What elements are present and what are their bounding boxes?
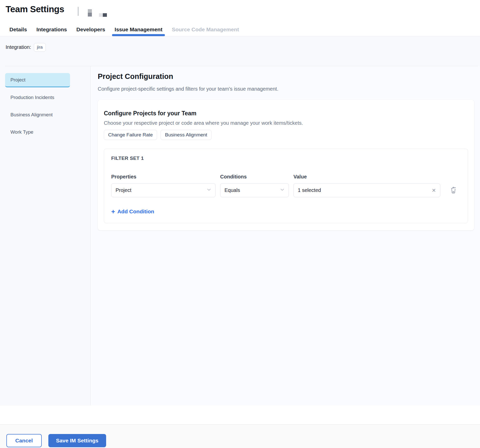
tab-source-code-management[interactable]: Source Code Management (172, 26, 239, 33)
value-multiselect[interactable]: 1 selected ✕ (293, 183, 440, 197)
redacted-block (103, 13, 107, 17)
sidebar-item-label: Production Incidents (10, 95, 54, 100)
trash-icon (450, 186, 457, 194)
title-separator (78, 7, 78, 16)
settings-sidebar: Project Production Incidents Business Al… (0, 66, 91, 405)
footer-action-bar: Cancel Save IM Settings (0, 424, 480, 448)
tab-developers[interactable]: Developers (76, 26, 105, 33)
cancel-button[interactable]: Cancel (6, 434, 42, 447)
condition-select[interactable]: Equals (220, 183, 289, 197)
chevron-down-icon (206, 187, 212, 194)
sidebar-item-work-type[interactable]: Work Type (5, 125, 70, 139)
filter-set-title: FILTER SET 1 (111, 156, 461, 161)
property-select[interactable]: Project (111, 183, 216, 197)
delete-filter-button[interactable] (449, 185, 460, 195)
redacted-block (88, 9, 92, 13)
footer-spacer (0, 405, 480, 424)
condition-select-value: Equals (224, 187, 240, 193)
redacted-badge-2 (99, 13, 107, 17)
chip-change-failure-rate[interactable]: Change Failure Rate (104, 130, 157, 140)
plus-icon: + (111, 209, 115, 214)
sidebar-item-label: Work Type (10, 129, 33, 135)
chevron-down-icon (279, 187, 285, 194)
clear-icon[interactable]: ✕ (432, 188, 436, 193)
tab-integrations[interactable]: Integrations (36, 26, 67, 33)
property-select-value: Project (116, 187, 131, 193)
page-title: Team Settings (6, 4, 64, 14)
page-header: Team Settings (0, 0, 480, 23)
metric-chip-row: Change Failure Rate Business Alignment (104, 130, 468, 140)
card-title: Configure Projects for your Team (104, 109, 468, 117)
tab-bar: Details Integrations Developers Issue Ma… (0, 23, 480, 36)
add-condition-button[interactable]: + Add Condition (111, 208, 154, 215)
redacted-badge-1 (88, 9, 92, 17)
sidebar-item-label: Project (10, 77, 25, 83)
add-condition-label: Add Condition (117, 208, 154, 215)
tab-issue-management[interactable]: Issue Management (115, 26, 162, 33)
section-title: Project Configuration (98, 71, 474, 81)
sidebar-item-label: Business Alignment (10, 112, 53, 118)
integration-label: Integration: (6, 43, 31, 50)
chip-business-alignment[interactable]: Business Alignment (161, 130, 211, 140)
integration-badge: jira (34, 43, 46, 52)
redacted-block (88, 13, 92, 17)
filter-set-box: FILTER SET 1 Properties Conditions Value… (104, 149, 468, 223)
section-subtitle: Configure project-specific settings and … (98, 86, 474, 92)
sidebar-item-project[interactable]: Project (5, 73, 70, 87)
content-area: Integration: jira Project Production Inc… (0, 36, 480, 405)
value-selected-text: 1 selected (298, 187, 321, 193)
properties-column-label: Properties (111, 174, 216, 180)
project-config-card: Configure Projects for your Team Choose … (98, 100, 474, 230)
value-column-label: Value (293, 174, 440, 180)
save-im-settings-button[interactable]: Save IM Settings (48, 434, 106, 447)
sidebar-item-production-incidents[interactable]: Production Incidents (5, 90, 70, 105)
redacted-block (99, 13, 103, 17)
tab-details[interactable]: Details (9, 26, 27, 33)
sidebar-item-business-alignment[interactable]: Business Alignment (5, 108, 70, 122)
conditions-column-label: Conditions (220, 174, 289, 180)
card-description: Choose your respective project or code a… (104, 120, 468, 126)
integration-row: Integration: jira (0, 36, 480, 66)
main-panel: Project Configuration Configure project-… (91, 66, 480, 405)
